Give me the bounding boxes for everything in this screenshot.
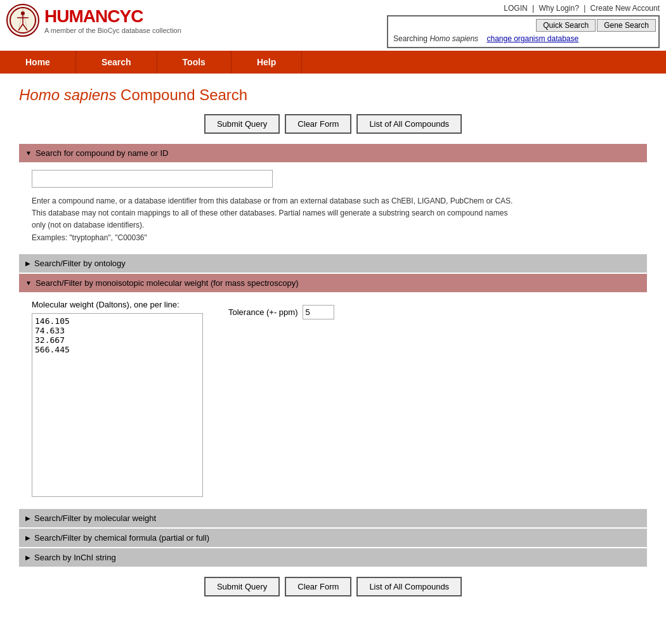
ontology-search-arrow: ▶ xyxy=(25,260,30,267)
tolerance-label: Tolerance (+- ppm) xyxy=(228,307,297,317)
why-login-link[interactable]: Why Login? xyxy=(539,4,578,13)
submit-query-button-top[interactable]: Submit Query xyxy=(204,114,280,134)
search-box: Quick Search Gene Search Searching Homo … xyxy=(387,15,660,48)
mw-mono-search-label: Search/Filter by monoisotopic molecular … xyxy=(36,278,299,288)
create-account-link[interactable]: Create New Account xyxy=(591,4,660,13)
quick-search-button[interactable]: Quick Search xyxy=(536,19,596,32)
searching-label: Searching xyxy=(393,34,428,43)
inchi-search-arrow: ▶ xyxy=(25,554,30,561)
mw-right: Tolerance (+- ppm) xyxy=(228,305,334,319)
mw-mono-search-body: Molecular weight (Daltons), one per line… xyxy=(19,293,647,509)
inchi-search-header[interactable]: ▶ Search by InChI string xyxy=(19,548,647,567)
mw-textarea-label: Molecular weight (Daltons), one per line… xyxy=(32,300,203,309)
page-title: Homo sapiens Compound Search xyxy=(19,86,647,104)
mw-search-header[interactable]: ▶ Search/Filter by molecular weight xyxy=(19,509,647,527)
mw-values-textarea[interactable]: 146.105 74.633 32.667 566.445 xyxy=(32,313,203,497)
ontology-search-label: Search/Filter by ontology xyxy=(34,259,126,268)
mw-layout: Molecular weight (Daltons), one per line… xyxy=(32,300,634,499)
top-links: LOGIN | Why Login? | Create New Account xyxy=(504,4,660,13)
mw-search-arrow: ▶ xyxy=(25,515,30,522)
nav-help[interactable]: Help xyxy=(232,51,302,74)
change-db-link[interactable]: change organism database xyxy=(486,34,578,43)
quick-search-input[interactable] xyxy=(391,19,535,32)
name-search-label: Search for compound by name or ID xyxy=(36,148,169,158)
nav-search[interactable]: Search xyxy=(76,51,157,74)
logo-area: HUMANCYC A member of the BioCyc database… xyxy=(6,4,181,37)
main-content: Homo sapiens Compound Search Submit Quer… xyxy=(0,74,666,619)
compound-name-input[interactable] xyxy=(32,170,273,188)
ontology-search-header[interactable]: ▶ Search/Filter by ontology xyxy=(19,254,647,273)
list-all-compounds-button-top[interactable]: List of All Compounds xyxy=(356,114,462,134)
mw-search-label: Search/Filter by molecular weight xyxy=(34,513,156,523)
logo-text: HUMANCYC A member of the BioCyc database… xyxy=(44,6,181,34)
page-title-normal: Compound Search xyxy=(116,86,247,103)
formula-search-header[interactable]: ▶ Search/Filter by chemical formula (par… xyxy=(19,529,647,547)
name-search-examples: Examples: "tryptophan", "C00036" xyxy=(32,233,147,242)
list-all-compounds-button-bottom[interactable]: List of All Compounds xyxy=(356,577,462,596)
organism-name: Homo sapiens xyxy=(429,34,478,43)
brand-name: HUMANCYC xyxy=(44,6,181,27)
mw-left: Molecular weight (Daltons), one per line… xyxy=(32,300,203,499)
formula-search-label: Search/Filter by chemical formula (parti… xyxy=(34,533,209,543)
brand-tagline: A member of the BioCyc database collecti… xyxy=(44,27,181,34)
name-search-arrow: ▼ xyxy=(25,150,32,157)
mw-mono-search-header[interactable]: ▼ Search/Filter by monoisotopic molecula… xyxy=(19,274,647,292)
mw-mono-search-arrow: ▼ xyxy=(25,280,32,287)
header: HUMANCYC A member of the BioCyc database… xyxy=(0,0,666,51)
name-search-body: Enter a compound name, or a database ide… xyxy=(19,164,647,254)
name-search-hint: Enter a compound name, or a database ide… xyxy=(32,195,514,244)
login-link[interactable]: LOGIN xyxy=(504,4,527,13)
page-title-italic: Homo sapiens xyxy=(19,86,116,103)
nav-tools[interactable]: Tools xyxy=(157,51,232,74)
bottom-button-row: Submit Query Clear Form List of All Comp… xyxy=(19,577,647,596)
top-right-area: LOGIN | Why Login? | Create New Account … xyxy=(387,4,660,48)
logo-icon xyxy=(6,4,39,37)
clear-form-button-bottom[interactable]: Clear Form xyxy=(285,577,351,596)
search-subtitle: Searching Homo sapiens change organism d… xyxy=(391,33,656,44)
navbar: Home Search Tools Help xyxy=(0,51,666,74)
submit-query-button-bottom[interactable]: Submit Query xyxy=(204,577,280,596)
formula-search-arrow: ▶ xyxy=(25,534,30,541)
name-search-header[interactable]: ▼ Search for compound by name or ID xyxy=(19,144,647,162)
clear-form-button-top[interactable]: Clear Form xyxy=(285,114,351,134)
gene-search-button[interactable]: Gene Search xyxy=(597,19,656,32)
inchi-search-label: Search by InChI string xyxy=(34,553,116,562)
top-button-row: Submit Query Clear Form List of All Comp… xyxy=(19,114,647,134)
tolerance-input[interactable] xyxy=(303,305,334,319)
nav-home[interactable]: Home xyxy=(0,51,76,74)
